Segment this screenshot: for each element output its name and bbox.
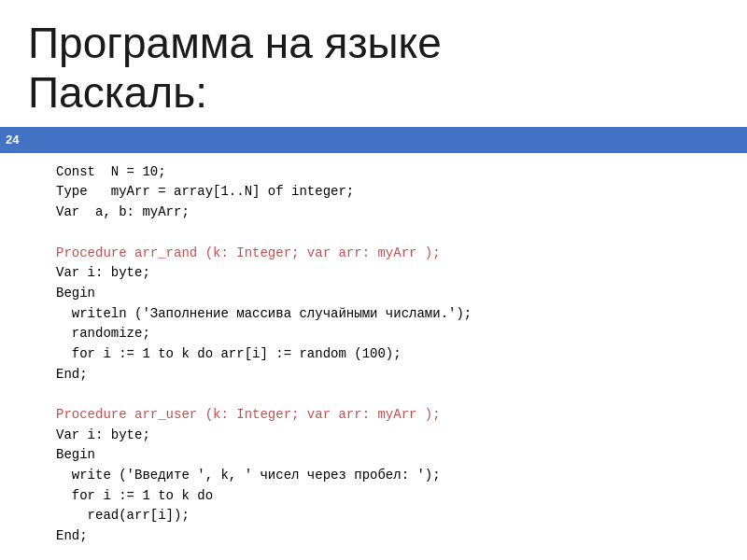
code-line: End; [56,365,719,385]
code-line: Var a, b: myArr; [56,203,719,223]
code-empty-line [56,223,719,244]
code-line: for i := 1 to k do [56,486,719,507]
code-line: Var i: byte; [56,263,719,284]
code-line: Type myArr = array[1..N] of integer; [56,182,719,203]
code-line: Var i: byte; [56,426,719,446]
title-line2: Паскаль: [28,68,207,117]
code-line: End; [56,526,719,547]
code-line: randomize; [56,324,719,344]
title-line1: Программа на языке [28,19,442,67]
code-line: write ('Введите ', k, ' чисел через проб… [56,466,719,486]
code-line: read(arr[i]); [56,506,719,526]
code-line: writeln ('Заполнение массива случайными … [56,304,719,325]
blue-bar: 24 [0,127,747,153]
code-line: Begin [56,445,719,466]
title-area: Программа на языке Паскаль: [0,0,747,127]
code-procedure1-header: Procedure arr_rand (k: Integer; var arr:… [56,244,719,264]
slide-number: 24 [6,133,19,147]
slide-container: Программа на языке Паскаль: 24 Const N =… [0,0,747,560]
code-line: for i := 1 to k do arr[i] := random (100… [56,344,719,365]
code-procedure2-header: Procedure arr_user (k: Integer; var arr:… [56,405,719,426]
code-line: Begin [56,284,719,304]
slide-title: Программа на языке Паскаль: [28,19,719,118]
code-area: Const N = 10; Type myArr = array[1..N] o… [0,153,747,556]
code-line: Const N = 10; [56,162,719,183]
code-empty-line [56,385,719,405]
